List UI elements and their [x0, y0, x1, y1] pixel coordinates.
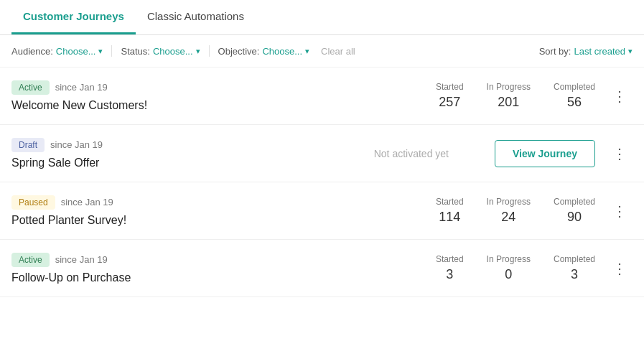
journey-title: Spring Sale Offer: [11, 157, 299, 169]
not-activated-section: Not activated yet View Journey: [374, 140, 595, 167]
status-badge: Active: [11, 253, 50, 267]
journey-info: Paused since Jan 19 Potted Planter Surve…: [11, 195, 299, 227]
stat-completed: Completed 90: [554, 197, 595, 225]
status-label: Status:: [121, 46, 149, 57]
status-badge: Paused: [11, 195, 55, 210]
completed-label: Completed: [554, 82, 595, 92]
tabs-bar: Customer Journeys Classic Automations: [0, 0, 644, 35]
filter-separator-2: [209, 45, 210, 57]
stat-completed: Completed 3: [554, 254, 595, 282]
journey-title: Potted Planter Survey!: [11, 214, 299, 227]
in-progress-label: In Progress: [487, 197, 531, 207]
in-progress-value: 24: [501, 210, 515, 225]
journey-list: Active since Jan 19 Welcome New Customer…: [0, 67, 644, 297]
stat-in-progress: In Progress 24: [487, 197, 531, 225]
not-activated-text: Not activated yet: [374, 148, 449, 159]
started-label: Started: [436, 197, 464, 207]
more-options-button[interactable]: ⋮: [607, 144, 633, 164]
status-badge: Draft: [11, 138, 45, 152]
objective-chevron-icon[interactable]: ▾: [305, 47, 309, 56]
filter-bar: Audience: Choose... ▾ Status: Choose... …: [0, 35, 644, 67]
journey-stats: Started 3 In Progress 0 Completed 3: [436, 254, 595, 282]
journey-row: Paused since Jan 19 Potted Planter Surve…: [0, 182, 644, 240]
journey-meta: Paused since Jan 19: [11, 195, 299, 210]
journey-meta: Active since Jan 19: [11, 253, 299, 267]
stat-started: Started 114: [436, 197, 464, 225]
more-options-button[interactable]: ⋮: [607, 258, 633, 279]
in-progress-value: 201: [498, 95, 519, 110]
sort-chevron-icon[interactable]: ▾: [628, 47, 633, 56]
completed-value: 56: [567, 95, 582, 110]
started-value: 257: [439, 95, 460, 110]
journey-title: Follow-Up on Purchase: [11, 271, 299, 284]
since-date: since Jan 19: [55, 82, 108, 93]
status-badge: Active: [11, 80, 50, 95]
objective-label: Objective:: [218, 46, 260, 57]
journey-title: Welcome New Customers!: [11, 99, 299, 112]
audience-label: Audience:: [11, 46, 53, 57]
in-progress-label: In Progress: [487, 82, 531, 92]
view-journey-button[interactable]: View Journey: [495, 140, 595, 167]
since-date: since Jan 19: [55, 254, 108, 265]
sort-by: Sort by: Last created ▾: [539, 46, 633, 57]
stat-completed: Completed 56: [554, 82, 595, 110]
objective-value[interactable]: Choose...: [262, 46, 302, 57]
completed-label: Completed: [554, 254, 595, 264]
journey-stats: Started 257 In Progress 201 Completed 56: [436, 82, 595, 110]
since-date: since Jan 19: [50, 139, 103, 150]
audience-value[interactable]: Choose...: [56, 46, 96, 57]
clear-all-button[interactable]: Clear all: [321, 46, 355, 57]
journey-row: Active since Jan 19 Welcome New Customer…: [0, 67, 644, 125]
in-progress-value: 0: [505, 267, 512, 282]
more-options-button[interactable]: ⋮: [607, 201, 633, 221]
sort-label: Sort by:: [539, 46, 571, 57]
more-options-button[interactable]: ⋮: [607, 86, 633, 106]
stat-in-progress: In Progress 201: [487, 82, 531, 110]
since-date: since Jan 19: [61, 197, 113, 207]
stat-started: Started 3: [436, 254, 464, 282]
filter-status: Status: Choose... ▾: [121, 46, 200, 57]
journey-row: Active since Jan 19 Follow-Up on Purchas…: [0, 240, 644, 297]
stat-in-progress: In Progress 0: [487, 254, 531, 282]
stat-started: Started 257: [436, 82, 464, 110]
status-value[interactable]: Choose...: [153, 46, 193, 57]
filter-objective: Objective: Choose... ▾: [218, 46, 309, 57]
completed-value: 90: [567, 210, 582, 225]
started-label: Started: [436, 254, 464, 264]
status-chevron-icon[interactable]: ▾: [196, 47, 200, 56]
journey-row: Draft since Jan 19 Spring Sale Offer Not…: [0, 125, 644, 182]
filter-separator-1: [111, 45, 112, 57]
journey-info: Draft since Jan 19 Spring Sale Offer: [11, 138, 299, 169]
sort-value[interactable]: Last created: [574, 46, 625, 57]
completed-label: Completed: [554, 197, 595, 207]
started-value: 114: [439, 210, 460, 225]
started-label: Started: [436, 82, 464, 92]
tab-classic-automations[interactable]: Classic Automations: [136, 0, 256, 34]
started-value: 3: [446, 267, 453, 282]
audience-chevron-icon[interactable]: ▾: [98, 47, 103, 56]
in-progress-label: In Progress: [487, 254, 531, 264]
journey-meta: Draft since Jan 19: [11, 138, 299, 152]
journey-stats: Started 114 In Progress 24 Completed 90: [436, 197, 595, 225]
journey-meta: Active since Jan 19: [11, 80, 299, 95]
tab-customer-journeys[interactable]: Customer Journeys: [11, 0, 136, 34]
journey-info: Active since Jan 19 Welcome New Customer…: [11, 80, 299, 112]
journey-info: Active since Jan 19 Follow-Up on Purchas…: [11, 253, 299, 284]
filter-audience: Audience: Choose... ▾: [11, 46, 103, 57]
completed-value: 3: [571, 267, 578, 282]
